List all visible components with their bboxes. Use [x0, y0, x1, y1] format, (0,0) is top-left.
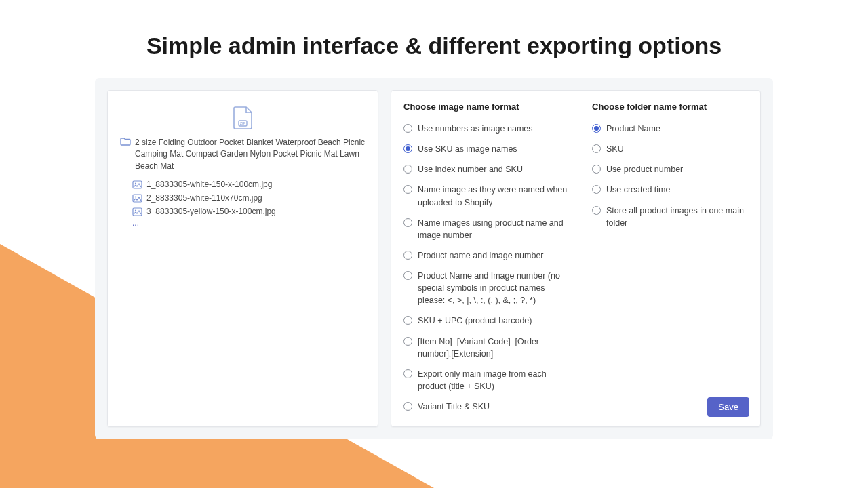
- svg-point-3: [135, 182, 136, 184]
- file-list: 1_8833305-white-150-x-100cm.jpg2_8833305…: [132, 178, 366, 218]
- radio-indicator: [403, 337, 412, 346]
- radio-indicator: [592, 124, 601, 133]
- svg-rect-2: [133, 181, 142, 188]
- save-button[interactable]: Save: [707, 397, 749, 417]
- folder-format-column: Choose folder name format Product NameSK…: [592, 102, 748, 417]
- options-card: Choose image name format Use numbers as …: [391, 90, 761, 427]
- radio-option[interactable]: Name image as they were named when uploa…: [403, 180, 574, 212]
- image-format-heading: Choose image name format: [403, 102, 574, 112]
- file-row: 3_8833305-yellow-150-x-100cm.jpg: [132, 205, 366, 218]
- radio-indicator: [403, 316, 412, 325]
- preview-card: ZIP 2 size Folding Outdoor Pocket Blanke…: [107, 90, 378, 427]
- radio-indicator: [592, 185, 601, 194]
- radio-label: SKU + UPC (product barcode): [418, 314, 532, 327]
- radio-label: Product Name and Image number (no specia…: [418, 270, 574, 306]
- svg-rect-6: [133, 208, 142, 216]
- svg-point-7: [135, 209, 136, 211]
- radio-indicator: [592, 165, 601, 174]
- radio-label: Name images using product name and image…: [418, 217, 574, 241]
- radio-label: Product Name: [606, 123, 660, 135]
- svg-text:ZIP: ZIP: [240, 121, 246, 125]
- radio-indicator: [403, 271, 412, 280]
- image-icon: [132, 180, 142, 189]
- radio-indicator: [592, 206, 601, 215]
- folder-format-heading: Choose folder name format: [592, 102, 748, 112]
- svg-point-5: [135, 196, 136, 197]
- radio-indicator: [592, 144, 601, 153]
- radio-label: Name image as they were named when uploa…: [418, 184, 574, 208]
- radio-option[interactable]: Product name and image number: [403, 245, 574, 266]
- svg-rect-4: [133, 195, 142, 202]
- file-name: 1_8833305-white-150-x-100cm.jpg: [146, 180, 272, 189]
- radio-label: Store all product images in one main fol…: [606, 205, 748, 229]
- zip-icon: ZIP: [120, 106, 366, 130]
- radio-indicator: [403, 124, 412, 133]
- file-row: 1_8833305-white-150-x-100cm.jpg: [132, 178, 366, 191]
- radio-indicator: [403, 185, 412, 194]
- radio-indicator: [403, 144, 412, 153]
- radio-option[interactable]: Use product number: [592, 159, 748, 180]
- radio-option[interactable]: [Item No]_[Variant Code]_[Order number].…: [403, 331, 574, 364]
- image-icon: [132, 194, 142, 203]
- radio-label: Use created time: [606, 184, 670, 196]
- radio-option[interactable]: Use index number and SKU: [403, 159, 574, 180]
- radio-label: Use SKU as image names: [418, 143, 517, 155]
- radio-option[interactable]: Product Name: [592, 119, 748, 139]
- image-icon: [132, 207, 142, 216]
- file-name: 2_8833305-white-110x70cm.jpg: [146, 193, 262, 203]
- radio-label: Export only main image from each product…: [418, 368, 574, 392]
- radio-label: Product name and image number: [418, 249, 544, 262]
- image-format-options: Use numbers as image namesUse SKU as ima…: [403, 119, 574, 417]
- radio-label: SKU: [606, 143, 624, 155]
- radio-option[interactable]: Export only main image from each product…: [403, 364, 574, 396]
- file-ellipsis: ...: [132, 218, 366, 228]
- radio-indicator: [403, 218, 412, 227]
- radio-indicator: [403, 369, 412, 378]
- radio-label: [Item No]_[Variant Code]_[Order number].…: [418, 336, 574, 360]
- radio-indicator: [403, 251, 412, 260]
- file-name: 3_8833305-yellow-150-x-100cm.jpg: [146, 207, 276, 216]
- radio-option[interactable]: Use created time: [592, 180, 748, 200]
- page-title: Simple admin interface & different expor…: [0, 0, 868, 59]
- radio-label: Use product number: [606, 163, 683, 176]
- folder-format-options: Product NameSKUUse product numberUse cre…: [592, 119, 748, 233]
- radio-option[interactable]: Use numbers as image names: [403, 119, 574, 139]
- app-card-area: ZIP 2 size Folding Outdoor Pocket Blanke…: [95, 78, 773, 439]
- folder-row: 2 size Folding Outdoor Pocket Blanket Wa…: [120, 137, 366, 172]
- radio-option[interactable]: Use SKU as image names: [403, 139, 574, 159]
- radio-indicator: [403, 165, 412, 174]
- radio-option[interactable]: Variant Title & SKU: [403, 396, 574, 417]
- radio-label: Use numbers as image names: [418, 123, 533, 135]
- radio-label: Use index number and SKU: [418, 163, 523, 176]
- radio-indicator: [403, 402, 412, 411]
- radio-option[interactable]: Product Name and Image number (no specia…: [403, 266, 574, 310]
- radio-label: Variant Title & SKU: [418, 401, 490, 413]
- radio-option[interactable]: SKU + UPC (product barcode): [403, 310, 574, 331]
- file-row: 2_8833305-white-110x70cm.jpg: [132, 191, 366, 205]
- image-format-column: Choose image name format Use numbers as …: [403, 102, 574, 417]
- folder-icon: [120, 137, 131, 146]
- radio-option[interactable]: Store all product images in one main fol…: [592, 201, 748, 233]
- folder-name: 2 size Folding Outdoor Pocket Blanket Wa…: [135, 137, 366, 172]
- radio-option[interactable]: SKU: [592, 139, 748, 159]
- radio-option[interactable]: Name images using product name and image…: [403, 213, 574, 245]
